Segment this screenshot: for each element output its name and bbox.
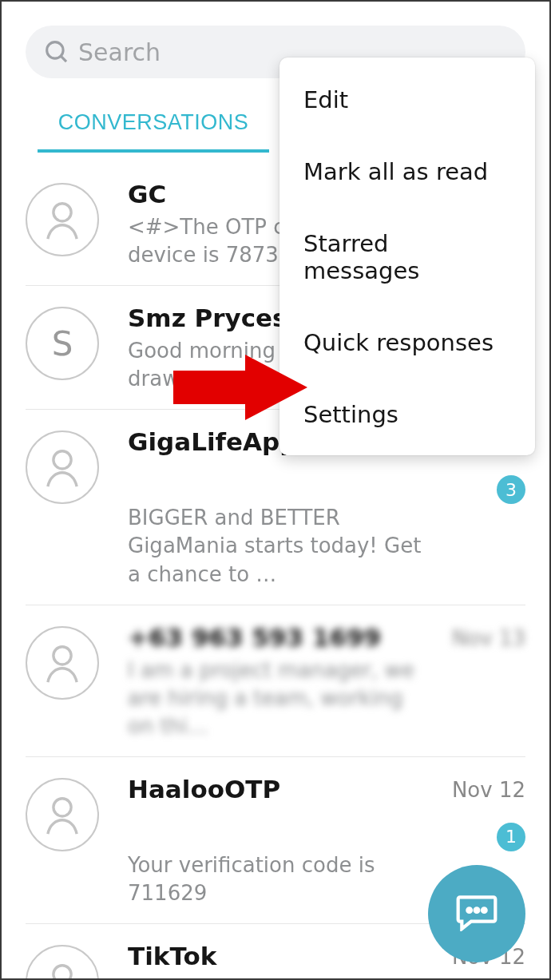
svg-point-2 bbox=[54, 204, 71, 221]
menu-item-settings[interactable]: Settings bbox=[279, 379, 535, 444]
search-icon bbox=[43, 38, 70, 65]
avatar: S bbox=[26, 307, 99, 380]
conversation-name: +63 963 593 1699 bbox=[128, 623, 381, 652]
conversation-name: GigaLifeApp bbox=[128, 427, 297, 456]
conversation-name: TikTok bbox=[128, 942, 216, 970]
search-placeholder: Search bbox=[78, 38, 161, 66]
avatar bbox=[26, 626, 99, 700]
svg-point-3 bbox=[54, 451, 71, 469]
svg-point-6 bbox=[54, 966, 71, 980]
menu-item-mark-all-read[interactable]: Mark all as read bbox=[279, 136, 535, 208]
conversation-preview: BIGGER and BETTER GigaMania starts today… bbox=[128, 504, 431, 588]
chat-icon bbox=[454, 893, 499, 934]
avatar bbox=[26, 778, 99, 851]
conversation-name: GC bbox=[128, 180, 166, 208]
tab-conversations[interactable]: CONVERSATIONS bbox=[38, 93, 269, 153]
svg-point-0 bbox=[47, 42, 63, 58]
avatar bbox=[26, 945, 99, 980]
avatar bbox=[26, 430, 99, 504]
avatar bbox=[26, 183, 99, 256]
conversation-preview: Your verification code is 711629 bbox=[128, 851, 431, 907]
avatar-letter: S bbox=[52, 324, 73, 363]
unread-badge: 3 bbox=[497, 475, 525, 504]
svg-point-4 bbox=[54, 646, 71, 664]
svg-line-1 bbox=[61, 56, 66, 61]
menu-item-starred[interactable]: Starred messages bbox=[279, 208, 535, 307]
svg-point-10 bbox=[475, 908, 479, 912]
menu-item-quick-responses[interactable]: Quick responses bbox=[279, 307, 535, 379]
conversation-date: Nov 13 bbox=[441, 623, 525, 650]
svg-point-9 bbox=[467, 908, 471, 912]
conversation-preview: I am a project manager, we are hiring a … bbox=[128, 657, 431, 740]
conversation-name: HaalooOTP bbox=[128, 775, 280, 803]
conversation-date: Nov 12 bbox=[441, 775, 525, 802]
conversation-item[interactable]: +63 963 593 1699 Nov 13 I am a project m… bbox=[26, 605, 525, 757]
svg-point-11 bbox=[482, 908, 486, 912]
menu-item-edit[interactable]: Edit bbox=[279, 77, 535, 136]
overflow-menu: Edit Mark all as read Starred messages Q… bbox=[279, 58, 535, 455]
svg-point-5 bbox=[54, 799, 71, 816]
unread-badge: 1 bbox=[497, 823, 525, 851]
compose-button[interactable] bbox=[428, 865, 525, 962]
